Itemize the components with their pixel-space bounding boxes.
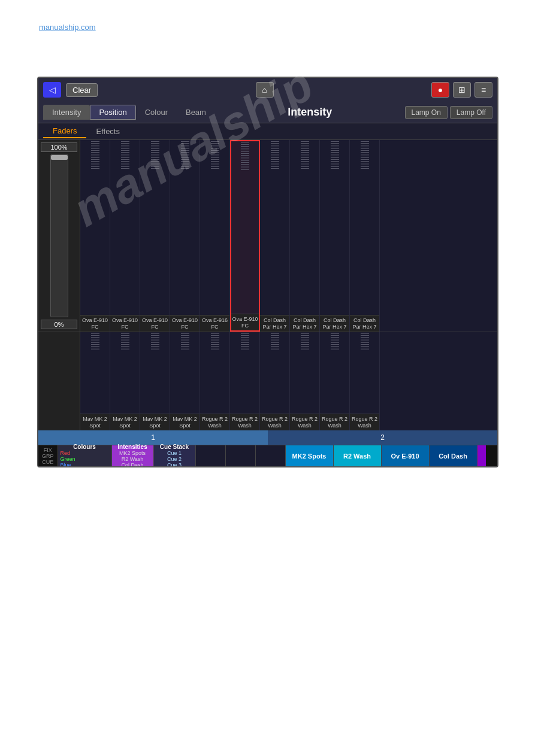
channel-label-10: Col Dash Par Hex 7: [350, 315, 379, 332]
lower-channel-10[interactable]: Rogue R 2 Wash: [350, 332, 380, 430]
status-cuestack-section: Cue Stack Cue 1 Cue 2 Cue 3: [154, 445, 196, 466]
fader-lines-1: [91, 140, 99, 315]
home-icon: ⌂: [262, 85, 267, 95]
lower-channel-4[interactable]: Mav MK 2 Spot: [170, 332, 200, 430]
fader-lines-5: [211, 140, 219, 315]
cue-label: CUE: [42, 459, 53, 465]
lower-fader-8: [301, 332, 309, 414]
lower-channel-label-3: Mav MK 2 Spot: [140, 414, 170, 430]
lamp-off-button[interactable]: Lamp Off: [450, 106, 492, 119]
lower-fader-5: [211, 332, 219, 414]
status-fix-section: FIX GRP CUE: [38, 445, 58, 466]
lamp-buttons: Lamp On Lamp Off: [405, 106, 493, 119]
channel-col-10[interactable]: Col Dash Par Hex 7: [350, 140, 380, 332]
lower-master-space: [38, 332, 80, 430]
cue-item-2: Cue 2: [156, 456, 193, 462]
channel-label-3: Ova E-910 FC: [140, 315, 170, 332]
back-button[interactable]: ◁: [43, 82, 61, 98]
lower-fader-6: [241, 332, 249, 414]
lower-fader-4: [181, 332, 189, 414]
toolbar-right: ● ⊞ ≡: [431, 82, 492, 98]
channel-label-1: Ova E-910 FC: [80, 315, 110, 332]
intensity-item-1: MK2 Spots: [114, 450, 151, 456]
master-fader-handle[interactable]: [51, 155, 68, 160]
tab-intensity[interactable]: Intensity: [43, 105, 90, 120]
page-title: Intensity: [215, 106, 405, 119]
status-slot-6: [256, 445, 286, 466]
lower-channel-label-2: Mav MK 2 Spot: [110, 414, 140, 430]
channel-col-5[interactable]: Ova E-916 FC: [200, 140, 230, 332]
channel-col-4[interactable]: Ova E-910 FC: [170, 140, 200, 332]
lower-channel-label-4: Mav MK 2 Spot: [170, 414, 200, 430]
grid-button[interactable]: ⊞: [453, 82, 471, 98]
channel-label-4: Ova E-910 FC: [170, 315, 200, 332]
colours-title: Colours: [61, 444, 109, 450]
fader-lines-9: [331, 140, 339, 315]
clear-button[interactable]: Clear: [66, 83, 98, 97]
tab-colour[interactable]: Colour: [136, 105, 177, 120]
console-panel: ◁ Clear ⌂ ● ⊞ ≡ Intensity Position Colou…: [37, 77, 498, 467]
colour-blue: Blue: [61, 462, 109, 467]
page-left-indicator[interactable]: 1: [38, 430, 268, 445]
lower-fader-area: Mav MK 2 Spot Mav MK 2 Spot: [38, 332, 497, 430]
lower-channel-5[interactable]: Rogue R 2 Wash: [200, 332, 230, 430]
channel-col-3[interactable]: Ova E-910 FC: [140, 140, 170, 332]
channel-col-6[interactable]: Ova E-910 FC: [230, 140, 260, 332]
status-slot-5: [226, 445, 256, 466]
record-button[interactable]: ●: [431, 82, 449, 98]
subtab-faders[interactable]: Faders: [43, 125, 86, 138]
lower-channel-6[interactable]: Rogue R 2 Wash: [230, 332, 260, 430]
colour-green: Green: [61, 456, 109, 462]
group-r2wash[interactable]: R2 Wash: [334, 445, 382, 466]
lamp-on-button[interactable]: Lamp On: [405, 106, 448, 119]
lower-channel-7[interactable]: Rogue R 2 Wash: [260, 332, 290, 430]
intensity-item-2: R2 Wash: [114, 456, 151, 462]
channel-label-7: Col Dash Par Hex 7: [260, 315, 289, 332]
channel-label-5: Ova E-916 FC: [200, 315, 229, 332]
subtab-effects[interactable]: Effects: [86, 125, 129, 138]
lower-channel-9[interactable]: Rogue R 2 Wash: [320, 332, 350, 430]
channel-col-2[interactable]: Ova E-910 FC: [110, 140, 140, 332]
channel-col-8[interactable]: Col Dash Par Hex 7: [290, 140, 320, 332]
page-right-indicator[interactable]: 2: [268, 430, 497, 445]
lower-channel-8[interactable]: Rogue R 2 Wash: [290, 332, 320, 430]
menu-button[interactable]: ≡: [474, 82, 492, 98]
channel-col-1[interactable]: Ova E-910 FC: [80, 140, 110, 332]
lower-channel-1[interactable]: Mav MK 2 Spot: [80, 332, 110, 430]
manual-link[interactable]: manualship.com: [39, 23, 96, 32]
tab-position[interactable]: Position: [90, 105, 135, 120]
colour-red: Red: [61, 450, 109, 456]
channel-label-6: Ova E-910 FC: [231, 314, 259, 330]
sub-tabs: Faders Effects: [38, 123, 497, 140]
home-button[interactable]: ⌂: [256, 82, 274, 98]
intensities-title: Intensities: [114, 444, 151, 450]
lower-fader-7: [271, 332, 279, 414]
channel-label-2: Ova E-910 FC: [110, 315, 140, 332]
group-ove910[interactable]: Ov E-910: [382, 445, 430, 466]
fader-lines-7: [271, 140, 279, 315]
channel-label-9: Col Dash Par Hex 7: [320, 315, 349, 332]
grp-label: GRP: [42, 453, 54, 459]
fader-lines-6: [241, 141, 249, 314]
channel-col-9[interactable]: Col Dash Par Hex 7: [320, 140, 350, 332]
lower-channel-3[interactable]: Mav MK 2 Spot: [140, 332, 170, 430]
lower-fader-3: [151, 332, 159, 414]
master-fader[interactable]: 100% 0%: [38, 140, 80, 332]
upper-fader-area: 100% 0% Ova E-910 FC: [38, 140, 497, 332]
channel-col-7[interactable]: Col Dash Par Hex 7: [260, 140, 290, 332]
master-bot-percent: 0%: [41, 320, 77, 329]
lower-channel-label-1: Mav MK 2 Spot: [80, 414, 110, 430]
lower-channel-label-7: Rogue R 2 Wash: [260, 414, 289, 430]
master-fader-track[interactable]: [50, 154, 68, 317]
lower-channel-label-9: Rogue R 2 Wash: [320, 414, 349, 430]
lower-fader-9: [331, 332, 339, 414]
status-colours-section: Colours Red Green Blue: [58, 445, 112, 466]
lower-channel-2[interactable]: Mav MK 2 Spot: [110, 332, 140, 430]
fader-lines-4: [181, 140, 189, 315]
tab-beam[interactable]: Beam: [177, 105, 215, 120]
cuestack-title: Cue Stack: [156, 444, 193, 450]
fix-label: FIX: [44, 447, 52, 453]
status-slot-4: [196, 445, 226, 466]
group-mk2spots[interactable]: MK2 Spots: [286, 445, 334, 466]
group-coldash[interactable]: Col Dash: [430, 445, 477, 466]
